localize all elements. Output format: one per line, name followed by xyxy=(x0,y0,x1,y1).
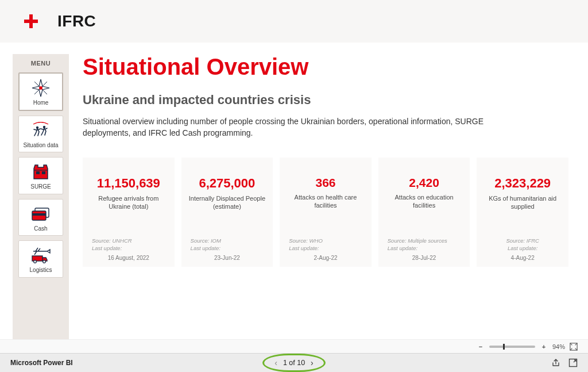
svg-rect-5 xyxy=(36,171,40,174)
sidebar-item-home[interactable]: Home xyxy=(18,72,63,111)
stat-label: Refugee arrivals from Ukraine (total) xyxy=(86,194,171,211)
zoom-in-button[interactable]: + xyxy=(540,343,548,350)
page-navigator: ‹ 1 of 10 › xyxy=(274,358,314,367)
stat-source: Source: WHO xyxy=(283,237,368,245)
stat-label: Internally Displaced People (estimate) xyxy=(185,194,270,211)
stat-date: 28-Jul-22 xyxy=(382,255,467,261)
main-content: Situational Overview Ukraine and impacte… xyxy=(69,43,588,339)
zoom-percent: 94% xyxy=(552,343,565,350)
share-icon[interactable] xyxy=(551,358,560,367)
stat-label: KGs of humanitarian aid supplied xyxy=(480,194,565,211)
zoom-out-button[interactable]: − xyxy=(477,343,485,350)
sidebar-item-situation-data[interactable]: Situation data xyxy=(18,116,63,153)
sidebar-menu: MENU Home Situation xyxy=(13,54,69,339)
stat-label: Attacks on education facilities xyxy=(382,193,467,210)
footer-bar: Microsoft Power BI ‹ 1 of 10 › xyxy=(0,353,588,372)
sidebar-item-cash[interactable]: Cash xyxy=(18,199,63,236)
stat-date: 16 August, 2022 xyxy=(86,255,171,261)
page-indicator: 1 of 10 xyxy=(283,359,305,367)
sidebar-item-label: Logistics xyxy=(30,267,52,274)
stat-value: 2,420 xyxy=(382,176,467,190)
red-cross-crescent-icon xyxy=(24,13,54,29)
sidebar-item-label: SURGE xyxy=(30,183,51,190)
sidebar-item-label: Cash xyxy=(34,225,47,232)
page-title: Situational Overview xyxy=(83,54,568,80)
stat-card-education-attacks: 2,420 Attacks on education facilities So… xyxy=(378,158,470,267)
sidebar-item-label: Situation data xyxy=(23,142,58,149)
stat-card-idp: 6,275,000 Internally Displaced People (e… xyxy=(181,158,273,267)
stat-updated-label: Last update: xyxy=(480,245,565,252)
stat-source: Source: Multiple sources xyxy=(382,237,467,245)
stat-updated-label: Last update: xyxy=(283,245,368,252)
stat-card-aid-supplied: 2,323,229 KGs of humanitarian aid suppli… xyxy=(477,158,568,267)
svg-point-13 xyxy=(43,260,46,263)
svg-rect-6 xyxy=(42,171,45,174)
stat-value: 11,150,639 xyxy=(86,176,171,191)
vest-icon xyxy=(29,162,52,182)
plane-truck-icon xyxy=(29,246,52,265)
svg-rect-10 xyxy=(32,213,46,216)
svg-point-12 xyxy=(34,260,37,263)
powerbi-brand: Microsoft Power BI xyxy=(10,359,73,367)
sidebar-item-surge[interactable]: SURGE xyxy=(18,157,63,194)
fullscreen-icon[interactable] xyxy=(568,358,578,367)
credit-cards-icon xyxy=(29,204,52,224)
brand-text: IFRC xyxy=(57,12,96,30)
page-subtitle: Ukraine and impacted countries crisis xyxy=(83,93,568,108)
prev-page-button[interactable]: ‹ xyxy=(274,358,277,367)
stat-value: 2,323,229 xyxy=(480,176,565,191)
stat-updated-label: Last update: xyxy=(382,245,467,252)
stat-date: 4-Aug-22 xyxy=(480,255,565,261)
svg-rect-1 xyxy=(24,20,38,23)
svg-rect-11 xyxy=(32,256,42,261)
page-description: Situational overview including number of… xyxy=(83,116,531,139)
brand-bar: IFRC xyxy=(0,0,588,43)
stat-value: 366 xyxy=(283,176,368,190)
zoom-toolbar: − + 94% xyxy=(0,339,588,353)
stat-value: 6,275,000 xyxy=(185,176,270,191)
stat-updated-label: Last update: xyxy=(185,245,270,252)
stat-card-refugee-arrivals: 11,150,639 Refugee arrivals from Ukraine… xyxy=(83,158,175,267)
stat-source: Source: IOM xyxy=(185,237,270,245)
compass-star-icon xyxy=(29,78,52,98)
stat-cards-row: 11,150,639 Refugee arrivals from Ukraine… xyxy=(83,158,568,267)
stat-updated-label: Last update: xyxy=(86,245,171,252)
zoom-slider[interactable] xyxy=(489,346,535,348)
footer-actions xyxy=(551,358,578,367)
stat-source: Source: IFRC xyxy=(480,237,565,245)
sidebar-item-label: Home xyxy=(33,99,49,106)
next-page-button[interactable]: › xyxy=(311,358,314,367)
stat-source: Source: UNHCR xyxy=(86,237,171,245)
stat-label: Attacks on health care facilities xyxy=(283,193,368,210)
zoom-slider-thumb[interactable] xyxy=(503,344,505,350)
fit-to-page-icon[interactable] xyxy=(570,343,578,351)
report-body: MENU Home Situation xyxy=(0,43,588,339)
stat-date: 23-Jun-22 xyxy=(185,255,270,261)
sidebar-item-logistics[interactable]: Logistics xyxy=(18,240,63,278)
running-people-icon xyxy=(29,121,52,140)
stat-card-health-attacks: 366 Attacks on health care facilities So… xyxy=(280,158,372,267)
stat-date: 2-Aug-22 xyxy=(283,255,368,261)
ifrc-logo: IFRC xyxy=(24,12,96,30)
sidebar-title: MENU xyxy=(31,60,51,67)
